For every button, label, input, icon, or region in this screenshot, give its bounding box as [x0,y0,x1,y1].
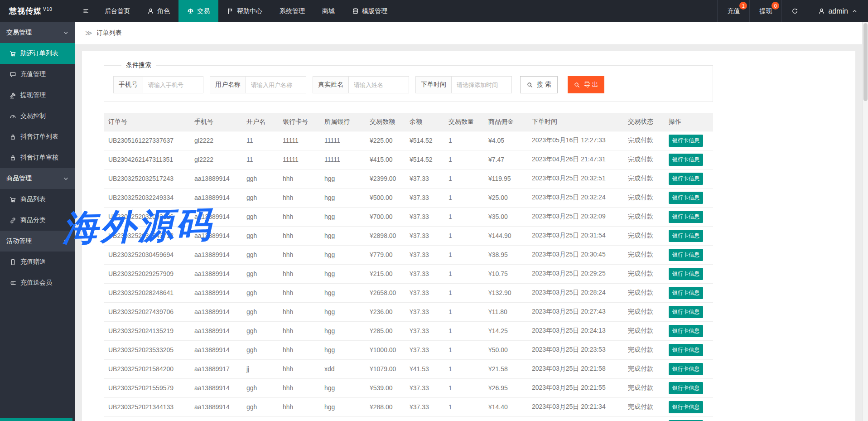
cell-account_name: ggh [242,321,278,340]
username-input[interactable] [246,77,306,93]
table-row: UB2305161227337637gl2222111111111111¥225… [104,131,713,150]
bank-card-info-button[interactable]: 银行卡信息 [669,154,703,166]
cell-quantity: 1 [444,302,484,321]
cell-amount: ¥215.00 [365,264,405,283]
bank-card-info-button[interactable]: 银行卡信息 [669,211,703,223]
sidebar-item-trade-control[interactable]: 交易控制 [0,106,75,126]
sidebar-item-order-list[interactable]: 助还订单列表 [0,43,75,64]
cell-time: 2023年03月25日 20:31:54 [527,226,623,245]
column-header: 手机号 [190,113,242,131]
cell-balance: ¥37.33 [405,169,444,188]
nav-item-label: 交易 [197,7,210,15]
sidebar-item-douyin-order-audit[interactable]: 抖音订单审核 [0,147,75,168]
nav-item-label: 帮助中心 [237,7,262,15]
search-button[interactable]: 搜 索 [520,76,558,93]
cell-quantity: 1 [444,150,484,169]
cell-commission: ¥7.47 [484,150,527,169]
bank-card-info-button[interactable]: 银行卡信息 [669,306,703,318]
sidebar-item-label: 活动管理 [6,237,32,245]
nav-item-template[interactable]: 模版管理 [343,0,396,22]
nav-item-mall[interactable]: 商城 [313,0,343,22]
cell-phone: aa13889917 [190,359,242,378]
cell-phone: aa13889914 [190,321,242,340]
recharge-button[interactable]: 充值1 [717,0,749,22]
sidebar-scroll-strip [0,418,72,421]
cell-bank_card: hhh [278,321,320,340]
menu-toggle-button[interactable] [75,0,96,22]
sidebar-item-recharge-manage[interactable]: 充值管理 [0,64,75,85]
search-icon [526,82,533,88]
table-header-row: 订单号手机号开户名银行卡号所属银行交易数额余额交易数量商品佣金下单时间交易状态操… [104,113,713,131]
scrollbar-thumb[interactable] [863,23,868,101]
phone-input[interactable] [143,77,203,93]
withdraw-button[interactable]: 提现0 [749,0,781,22]
bank-card-info-button[interactable]: 银行卡信息 [669,268,703,280]
export-button[interactable]: 导 出 [568,76,604,93]
sidebar-item-label: 充值管理 [20,70,46,78]
column-header: 所属银行 [320,113,365,131]
nav-item-role[interactable]: 角色 [139,0,178,22]
nav-item-system[interactable]: 系统管理 [271,0,313,22]
user-name: admin [828,7,848,15]
chevron-down-icon [63,238,69,245]
sidebar-item-goods-category[interactable]: 商品分类 [0,210,75,231]
cell-bank: hgg [320,245,365,264]
bank-card-info-button[interactable]: 银行卡信息 [669,325,703,337]
table-row: UB2303252028248641aa13889914gghhhhhgg¥26… [104,283,713,302]
vertical-scrollbar[interactable] [862,22,868,421]
bank-card-info-button[interactable]: 银行卡信息 [669,287,703,299]
order-time-input[interactable] [452,77,511,93]
sidebar-item-activity-group[interactable]: 活动管理 [0,231,75,252]
refresh-button[interactable] [781,0,808,22]
bank-card-info-button[interactable]: 银行卡信息 [669,230,703,242]
search-field-phone: 手机号 [113,76,203,93]
bank-card-info-button[interactable]: 银行卡信息 [669,363,703,375]
realname-input[interactable] [349,77,409,93]
bank-card-info-button[interactable]: 银行卡信息 [669,344,703,356]
sidebar-item-trade-group[interactable]: 交易管理 [0,22,75,43]
cell-balance: ¥37.33 [405,226,444,245]
nav-item-label: 后台首页 [105,7,130,15]
column-header: 订单号 [104,113,190,131]
table-row: UB2303252023533205aa13889914gghhhhhgg¥10… [104,340,713,359]
cell-quantity: 1 [444,378,484,397]
cell-quantity: 1 [444,207,484,226]
cell-action: 银行卡信息 [664,131,713,150]
bank-card-info-button[interactable]: 银行卡信息 [669,249,703,261]
cell-time: 2023年03月25日 20:28:24 [527,283,623,302]
sidebar-item-recharge-gift[interactable]: 充值赠送 [0,252,75,272]
bank-card-info-button[interactable]: 银行卡信息 [669,192,703,204]
nav-item-home[interactable]: 后台首页 [96,0,139,22]
cell-balance: ¥37.33 [405,264,444,283]
cell-bank_card: 11111 [278,131,320,150]
cell-quantity: 1 [444,188,484,207]
cell-account_name: ggh [242,207,278,226]
sidebar-item-withdraw-manage[interactable]: 提现管理 [0,85,75,106]
sidebar-item-goods-group[interactable]: 商品管理 [0,168,75,189]
cell-bank_card: hhh [278,416,320,421]
sidebar-item-douyin-order-list[interactable]: 抖音订单列表 [0,126,75,147]
cell-order_no: UB2303252024135219 [104,321,190,340]
sidebar-item-goods-list[interactable]: 商品列表 [0,189,75,210]
cell-amount: ¥225.00 [365,131,405,150]
order-list-card: 条件搜索 手机号用户名称真实姓名下单时间 搜 索 导 出 订单号手机号开户名银行… [82,51,855,421]
cell-quantity: 1 [444,340,484,359]
chevron-up-icon [851,8,858,15]
column-header: 下单时间 [527,113,623,131]
nav-item-help[interactable]: 帮助中心 [218,0,271,22]
sidebar-item-recharge-vip[interactable]: 充值送会员 [0,272,75,293]
cell-bank: 11111 [320,131,365,150]
cell-quantity: 1 [444,264,484,283]
bank-card-info-button[interactable]: 银行卡信息 [669,401,703,413]
cell-time: 2023年05月16日 12:27:33 [527,131,623,150]
cell-commission: ¥13.76 [484,416,527,421]
nav-item-trade[interactable]: 交易 [178,0,218,22]
cell-status: 完成付款 [623,226,664,245]
cell-commission: ¥14.25 [484,321,527,340]
column-header: 交易状态 [623,113,664,131]
bank-card-info-button[interactable]: 银行卡信息 [669,173,703,185]
cell-phone: aa13889914 [190,264,242,283]
user-menu[interactable]: admin [808,0,868,22]
bank-card-info-button[interactable]: 银行卡信息 [669,382,703,394]
bank-card-info-button[interactable]: 银行卡信息 [669,135,703,147]
